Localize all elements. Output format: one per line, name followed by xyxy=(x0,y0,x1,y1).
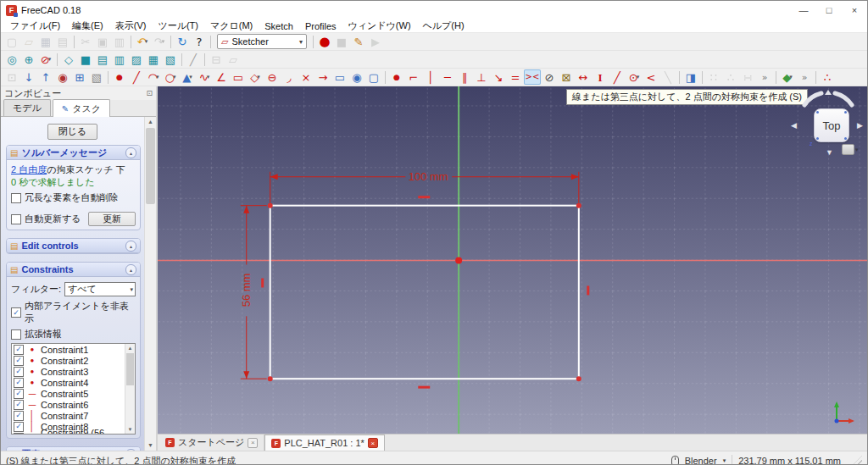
constraint-row[interactable]: ●Constraint4 xyxy=(12,377,125,388)
list-scrollbar[interactable]: ▲▼ xyxy=(125,344,135,434)
measure-icon[interactable]: ╱ xyxy=(185,52,202,67)
create-point-icon[interactable]: ● xyxy=(111,69,128,85)
create-polygon-icon[interactable]: ◇▾ xyxy=(247,69,264,85)
menu-item-7[interactable]: Profiles xyxy=(299,21,342,31)
undo-icon[interactable]: ↶▾ xyxy=(134,34,151,49)
constrain-tangent-icon[interactable]: ↘ xyxy=(490,69,507,85)
constraint-checkbox[interactable] xyxy=(14,378,24,388)
dof-link[interactable]: 2 自由度 xyxy=(11,164,47,174)
create-rectangle-icon[interactable]: ▭ xyxy=(230,69,247,85)
navigation-style[interactable]: Blender xyxy=(685,456,717,465)
create-conic-icon[interactable]: ▲▾ xyxy=(179,69,196,85)
constraint-checkbox[interactable] xyxy=(14,345,24,355)
constraint-row[interactable]: │Constraint7 xyxy=(12,410,125,421)
navcube-arrow-left-icon[interactable]: ◀ xyxy=(791,122,797,130)
constrain-vertical-icon[interactable]: │ xyxy=(422,69,439,85)
extend-edge-icon[interactable]: → xyxy=(314,69,331,85)
menu-item-1[interactable]: ファイル(F) xyxy=(4,19,66,32)
collapse-icon[interactable] xyxy=(125,241,136,252)
vertex-top-right[interactable] xyxy=(576,203,581,208)
constrain-angle-icon[interactable]: < xyxy=(643,69,659,85)
workbench-selector[interactable]: ▱Sketcher▾ xyxy=(217,34,307,49)
view-right-icon[interactable]: ▥ xyxy=(111,52,128,67)
extra-sketch-tool-icon[interactable]: ∴ xyxy=(819,69,836,85)
carbon-copy-icon[interactable]: ◉ xyxy=(348,69,365,85)
vertex-top-left[interactable] xyxy=(268,203,273,208)
constrain-lock-icon[interactable]: ⊠ xyxy=(558,69,575,85)
constraint-row[interactable]: ●Constraint3 xyxy=(12,366,125,377)
constraint-checkbox[interactable] xyxy=(14,422,24,432)
constraint-row[interactable]: ●Constraint1 xyxy=(12,344,125,355)
macro-edit-icon[interactable]: ✎ xyxy=(350,34,367,49)
update-button[interactable]: 更新 xyxy=(88,212,136,226)
elements-header[interactable]: 要素 xyxy=(7,447,140,451)
switch-virtual-space-icon[interactable]: ◆▾ xyxy=(779,69,796,85)
draw-style-icon[interactable]: ⊘▾ xyxy=(37,52,54,67)
toggle-driving-constraint-icon[interactable]: ◨ xyxy=(682,69,699,85)
fit-all-icon[interactable]: ◎ xyxy=(3,52,20,67)
toolbar-overflow-icon-2[interactable]: » xyxy=(796,69,813,85)
constraint-checkbox[interactable] xyxy=(14,356,24,366)
constrain-coincident-icon[interactable]: ● xyxy=(388,69,405,85)
sketch-canvas[interactable]: 100 mm 56 mm xyxy=(158,86,867,434)
view-bottom-icon[interactable]: ▦ xyxy=(145,52,162,67)
panel-scrollbar[interactable]: ▲▼ xyxy=(144,117,156,451)
constraint-row[interactable]: IConstraint9 (56 mm) xyxy=(12,432,125,435)
navigation-cube[interactable]: ◀ ▶ ▼ Top z ▾ xyxy=(789,88,867,169)
chevron-down-icon[interactable]: ▾ xyxy=(855,147,859,153)
menu-item-2[interactable]: 編集(E) xyxy=(66,19,109,32)
constrain-equal-icon[interactable]: = xyxy=(507,69,524,85)
constrain-perpendicular-icon[interactable]: ⊥ xyxy=(473,69,490,85)
constraints-header[interactable]: Constraints xyxy=(7,263,140,277)
construction-mode-icon[interactable]: ▢ xyxy=(365,69,382,85)
edit-controls-header[interactable]: Edit controls xyxy=(7,239,140,253)
menu-item-9[interactable]: ヘルプ(H) xyxy=(417,19,470,32)
create-fillet-icon[interactable]: ◞ xyxy=(281,69,298,85)
constraints-list[interactable]: ●Constraint1●Constraint2●Constraint3●Con… xyxy=(11,343,136,435)
vertex-bottom-left[interactable] xyxy=(268,376,273,381)
create-circle-icon[interactable]: ○▾ xyxy=(162,69,179,85)
trim-edge-icon[interactable]: × xyxy=(298,69,314,85)
constrain-symmetric-icon[interactable]: >< xyxy=(524,69,541,85)
vertex-bottom-right[interactable] xyxy=(576,376,581,381)
menu-item-4[interactable]: ツール(T) xyxy=(152,19,204,32)
constrain-point-on-object-icon[interactable]: ⌐ xyxy=(405,69,422,85)
extended-info-checkbox[interactable] xyxy=(11,329,21,340)
chevron-down-icon[interactable]: ▾ xyxy=(723,457,726,464)
navcube-rotate-arrows[interactable] xyxy=(789,88,867,108)
close-tab-icon[interactable]: × xyxy=(368,438,378,448)
edit-sketch-icon[interactable]: ↓ xyxy=(20,69,37,85)
constrain-distance-icon[interactable]: ╱ xyxy=(609,69,626,85)
constraint-row[interactable]: ─Constraint5 xyxy=(12,388,125,399)
menu-item-8[interactable]: ウィンドウ(W) xyxy=(342,19,417,32)
constraint-row[interactable]: ─Constraint6 xyxy=(12,399,125,410)
constrain-block-icon[interactable]: ⊘ xyxy=(541,69,558,85)
axonometric-view-icon[interactable]: ◇ xyxy=(60,52,77,67)
3d-viewport[interactable]: 100 mm 56 mm xyxy=(158,86,867,434)
menu-item-6[interactable]: Sketch xyxy=(259,21,299,31)
document-tab-1[interactable]: スタートページ× xyxy=(159,435,264,451)
view-sketch-icon[interactable]: ◉ xyxy=(54,69,71,85)
auto-update-checkbox[interactable] xyxy=(11,214,21,224)
create-line-icon[interactable]: ╱ xyxy=(128,69,145,85)
constraint-checkbox[interactable] xyxy=(14,411,24,421)
refresh-icon[interactable]: ↻ xyxy=(174,34,191,49)
constraint-row[interactable]: ●Constraint2 xyxy=(12,355,125,366)
navcube-arrow-down-icon[interactable]: ▼ xyxy=(826,149,833,157)
constraint-checkbox[interactable] xyxy=(14,367,24,377)
navcube-top-face[interactable]: Top xyxy=(814,108,849,142)
collapse-icon[interactable] xyxy=(125,147,136,158)
hide-internal-checkbox[interactable] xyxy=(11,307,21,318)
origin-point[interactable] xyxy=(455,257,462,264)
constrain-distance-y-icon[interactable]: I xyxy=(592,69,609,85)
collapse-icon[interactable] xyxy=(125,264,136,275)
toolbar-overflow-icon[interactable]: » xyxy=(756,69,773,85)
constrain-parallel-icon[interactable]: ∥ xyxy=(456,69,473,85)
collapse-icon[interactable] xyxy=(125,449,136,451)
horizontal-dimension-label[interactable]: 100 mm xyxy=(409,170,448,183)
menu-item-3[interactable]: 表示(V) xyxy=(109,19,153,32)
navcube-arrow-right-icon[interactable]: ▶ xyxy=(857,122,863,130)
external-geometry-icon[interactable]: ▭ xyxy=(331,69,348,85)
view-rear-icon[interactable]: ▨ xyxy=(128,52,145,67)
maximize-button[interactable]: □ xyxy=(816,1,842,19)
